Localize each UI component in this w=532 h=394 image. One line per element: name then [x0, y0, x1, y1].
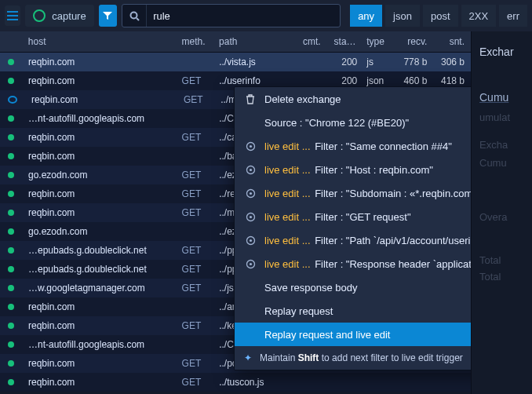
status-dot — [8, 228, 14, 235]
menu-source[interactable]: Source : "Chrome 122 (#BE20)" — [235, 111, 471, 134]
chip-2xx[interactable]: 2XX — [461, 5, 497, 27]
status-dot — [8, 96, 17, 104]
panel-cumu2: Cumu — [479, 157, 524, 169]
cell-snt: 306 b — [433, 57, 471, 67]
svg-point-6 — [249, 192, 251, 194]
cell-host: …epubads.g.doubleclick.net — [22, 245, 176, 256]
cell-meth: GET — [176, 75, 213, 86]
cell-meth: GET — [176, 245, 213, 256]
menu-save-body[interactable]: Save response body — [235, 275, 471, 299]
capture-toggle[interactable]: capture — [25, 5, 93, 27]
cell-host: reqbin.com — [22, 151, 176, 162]
search-icon[interactable] — [122, 5, 147, 27]
status-dot — [8, 285, 14, 291]
cell-host: reqbin.com — [22, 75, 176, 86]
cell-type: js — [363, 57, 395, 67]
status-dot — [8, 360, 14, 367]
col-cmt[interactable]: cmt. — [297, 36, 328, 47]
cell-host: reqbin.com — [22, 301, 176, 312]
trash-icon — [244, 94, 257, 104]
col-host[interactable]: host — [22, 36, 176, 47]
cell-meth: GET — [176, 207, 213, 218]
target-icon — [244, 165, 257, 175]
svg-point-10 — [249, 239, 251, 241]
status-dot — [8, 210, 14, 216]
table-row[interactable]: reqbin.com../vista.js200js778 b306 b — [0, 53, 471, 71]
cell-host: reqbin.com — [22, 358, 176, 369]
cell-path: ../userinfo — [213, 75, 297, 86]
col-snt[interactable]: snt. — [433, 36, 471, 47]
cell-host: …nt-autofill.googleapis.com — [22, 113, 176, 124]
cell-meth: GET — [176, 264, 213, 275]
cell-host: reqbin.com — [25, 94, 177, 105]
status-dot — [8, 191, 14, 197]
panel-overa: Overa — [479, 211, 524, 223]
menu-filter-item[interactable]: live edit ... Filter : "Subdomain : «*.r… — [235, 181, 471, 205]
chip-post[interactable]: post — [423, 5, 458, 27]
table-row[interactable]: reqbin.comGET../tuscon.js — [0, 373, 471, 392]
cell-host: …nt-autofill.googleapis.com — [22, 339, 176, 350]
cell-snt: 418 b — [433, 75, 471, 86]
status-dot — [8, 59, 14, 65]
col-recv[interactable]: recv. — [395, 36, 434, 47]
cell-host: go.ezodn.com — [22, 226, 176, 237]
menu-filter-item[interactable]: live edit ... Filter : "GET request" — [235, 205, 471, 228]
cell-status: 200 — [328, 57, 364, 67]
sparkle-icon: ✦ — [244, 352, 252, 363]
cell-host: reqbin.com — [22, 207, 176, 218]
cell-host: reqbin.com — [22, 57, 176, 67]
cell-host: reqbin.com — [22, 188, 176, 199]
status-dot — [8, 153, 14, 159]
panel-total1: Total — [479, 254, 524, 266]
status-dot — [8, 247, 14, 254]
status-dot — [8, 266, 14, 272]
panel-cum-caption: umulat — [479, 111, 524, 123]
menu-burger-button[interactable] — [5, 5, 20, 26]
target-icon — [244, 235, 257, 246]
col-status[interactable]: status — [328, 36, 364, 47]
cell-meth: GET — [176, 320, 213, 331]
cell-meth: GET — [176, 358, 213, 369]
col-meth[interactable]: meth. — [176, 36, 213, 47]
svg-point-4 — [249, 168, 251, 170]
search-input[interactable] — [147, 5, 340, 26]
menu-replay-live-edit[interactable]: Replay request and live edit — [235, 323, 471, 346]
chip-any[interactable]: any — [350, 5, 382, 27]
menu-replay[interactable]: Replay request — [235, 299, 471, 323]
col-type[interactable]: type — [363, 36, 395, 47]
status-dot — [8, 172, 14, 178]
cell-host: reqbin.com — [22, 377, 176, 388]
panel-total2: Total — [479, 271, 524, 283]
cell-path: ../tuscon.js — [213, 377, 297, 388]
cell-meth: GET — [176, 132, 213, 143]
capture-label: capture — [52, 10, 86, 22]
filter-button[interactable] — [99, 5, 117, 27]
menu-filter-item[interactable]: live edit ... Filter : "Same connection … — [235, 134, 471, 158]
status-dot — [8, 323, 14, 329]
details-panel: Exchar Cumu umulat Excha Cumu Overa Tota… — [471, 31, 532, 394]
chip-json[interactable]: json — [385, 5, 420, 27]
cell-meth: GET — [176, 283, 213, 294]
status-dot — [8, 134, 14, 140]
panel-exch: Excha — [479, 139, 524, 151]
cell-path: ../vista.js — [213, 57, 297, 67]
svg-point-8 — [249, 215, 251, 217]
menu-filter-item[interactable]: live edit ... Filter : "Host : reqbin.co… — [235, 158, 471, 181]
panel-cumulative-title: Cumu — [479, 91, 524, 104]
cell-host: …epubads.g.doubleclick.net — [22, 264, 176, 275]
status-dot — [8, 341, 14, 348]
cell-host: …w.googletagmanager.com — [22, 283, 176, 294]
cell-meth: GET — [177, 94, 214, 105]
menu-filter-item[interactable]: live edit ... Filter : "Path `/api/v1/ac… — [235, 228, 471, 252]
cell-recv: 460 b — [395, 75, 434, 86]
chip-err[interactable]: err — [499, 5, 527, 27]
filter-chips: any json post 2XX err — [350, 5, 527, 27]
search-box[interactable] — [122, 4, 341, 27]
record-icon — [33, 9, 46, 22]
menu-delete[interactable]: Delete exchange — [235, 87, 471, 111]
col-path[interactable]: path — [213, 36, 297, 47]
status-dot — [8, 78, 14, 84]
menu-filter-item[interactable]: live edit ... Filter : "Response header … — [235, 252, 471, 275]
target-icon — [244, 259, 257, 269]
cell-type: json — [363, 75, 395, 86]
